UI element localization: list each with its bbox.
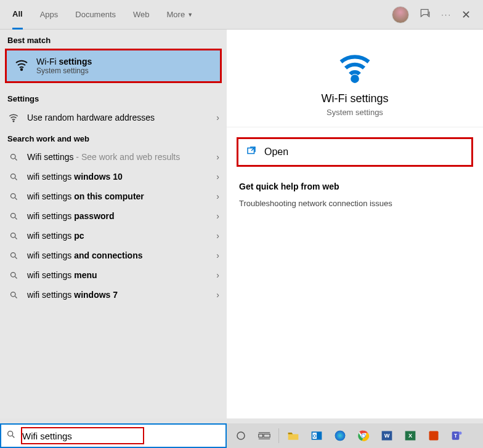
svg-point-23 xyxy=(362,434,365,438)
chevron-right-icon: › xyxy=(216,231,219,241)
web-result-label: wifi settings and connections xyxy=(27,250,209,260)
wifi-icon xyxy=(14,57,29,74)
web-result-label: wifi settings password xyxy=(27,211,209,221)
wifi-icon xyxy=(7,112,20,123)
more-options-icon[interactable]: ··· xyxy=(441,10,452,19)
best-match-item[interactable]: Wi-Fi settings System settings xyxy=(7,50,220,81)
preview-title: Wi-Fi settings xyxy=(227,92,483,105)
svg-point-5 xyxy=(10,213,15,218)
web-result-row[interactable]: Wifi settings - See work and web results… xyxy=(0,147,227,167)
svg-rect-14 xyxy=(259,434,263,438)
chrome-icon[interactable] xyxy=(353,426,374,445)
help-title: Get quick help from web xyxy=(239,182,471,191)
svg-point-1 xyxy=(13,121,14,122)
edge-icon[interactable] xyxy=(330,426,351,445)
excel-icon[interactable]: X xyxy=(400,426,421,445)
svg-point-8 xyxy=(10,272,15,277)
word-icon[interactable]: W xyxy=(376,426,397,445)
search-input[interactable] xyxy=(20,428,221,444)
chevron-right-icon: › xyxy=(216,191,219,201)
svg-point-3 xyxy=(10,174,15,178)
web-result-label: wifi settings windows 10 xyxy=(27,172,209,182)
svg-text:O: O xyxy=(313,433,317,439)
annotation-highlight: Wi-Fi settings System settings xyxy=(5,49,222,83)
svg-point-4 xyxy=(10,193,15,198)
svg-point-7 xyxy=(10,252,15,257)
web-result-row[interactable]: wifi settings password › xyxy=(0,206,227,226)
chevron-right-icon: › xyxy=(216,113,219,122)
file-explorer-icon[interactable] xyxy=(283,426,304,445)
close-button[interactable]: ✕ xyxy=(461,8,471,22)
open-button[interactable]: Open xyxy=(238,139,471,165)
svg-point-30 xyxy=(459,431,462,434)
tab-all[interactable]: All xyxy=(12,0,23,30)
open-icon xyxy=(246,145,257,159)
search-icon xyxy=(7,271,20,280)
search-box[interactable] xyxy=(0,423,227,448)
chevron-right-icon: › xyxy=(216,270,219,280)
web-result-row[interactable]: wifi settings pc › xyxy=(0,226,227,246)
svg-point-12 xyxy=(8,431,13,436)
svg-point-2 xyxy=(10,154,15,159)
settings-section-label: Settings xyxy=(0,88,227,107)
svg-text:T: T xyxy=(454,433,457,439)
search-icon xyxy=(7,251,20,260)
svg-point-20 xyxy=(335,431,346,441)
chevron-right-icon: › xyxy=(216,290,219,300)
best-match-title: Wi-Fi settings xyxy=(36,57,92,66)
web-result-row[interactable]: wifi settings menu › xyxy=(0,265,227,285)
tab-web[interactable]: Web xyxy=(133,0,150,30)
web-result-label: wifi settings windows 7 xyxy=(27,290,209,300)
open-label: Open xyxy=(264,146,288,158)
teams-icon[interactable]: T xyxy=(447,426,468,445)
web-result-label: wifi settings menu xyxy=(27,270,209,280)
tab-more[interactable]: More▼ xyxy=(167,0,193,30)
taskbar: O W X T xyxy=(0,423,483,448)
svg-rect-28 xyxy=(429,431,439,441)
chevron-right-icon: › xyxy=(216,250,219,260)
best-match-label: Best match xyxy=(0,30,227,49)
best-match-subtitle: System settings xyxy=(36,66,92,75)
wifi-icon xyxy=(227,48,483,87)
cortana-icon[interactable] xyxy=(230,426,251,445)
feedback-icon[interactable] xyxy=(419,7,431,22)
svg-point-10 xyxy=(352,76,357,81)
svg-text:W: W xyxy=(384,433,390,439)
svg-point-6 xyxy=(10,233,15,238)
results-panel: Best match Wi-Fi settings System setting… xyxy=(0,30,227,418)
web-result-row[interactable]: wifi settings on this computer › xyxy=(0,186,227,206)
chevron-right-icon: › xyxy=(216,152,219,162)
search-web-section-label: Search work and web xyxy=(0,128,227,147)
web-result-label: wifi settings on this computer xyxy=(27,191,209,201)
search-icon xyxy=(7,172,20,182)
search-icon xyxy=(7,231,20,241)
app-icon[interactable] xyxy=(423,426,444,445)
outlook-icon[interactable]: O xyxy=(306,426,327,445)
annotation-highlight: Open xyxy=(237,137,473,167)
svg-point-13 xyxy=(237,432,245,439)
task-view-icon[interactable] xyxy=(254,426,275,445)
tab-documents[interactable]: Documents xyxy=(75,0,116,30)
search-icon xyxy=(7,290,20,300)
avatar[interactable] xyxy=(392,6,409,23)
search-icon xyxy=(7,153,20,162)
preview-subtitle: System settings xyxy=(227,108,483,117)
svg-point-0 xyxy=(21,69,22,70)
tab-apps[interactable]: Apps xyxy=(40,0,59,30)
search-icon xyxy=(7,212,20,221)
svg-point-9 xyxy=(10,292,15,297)
settings-row-label: Use random hardware addresses xyxy=(27,113,209,122)
web-result-label: wifi settings pc xyxy=(27,231,209,241)
web-result-label: Wifi settings - See work and web results xyxy=(27,152,209,162)
chevron-right-icon: › xyxy=(216,172,219,182)
preview-panel: Wi-Fi settings System settings Open Get … xyxy=(227,30,483,418)
search-icon xyxy=(6,430,16,442)
help-link[interactable]: Troubleshooting network connection issue… xyxy=(239,199,471,208)
settings-row[interactable]: Use random hardware addresses › xyxy=(0,107,227,128)
chevron-right-icon: › xyxy=(216,211,219,221)
chevron-down-icon: ▼ xyxy=(187,12,193,18)
web-result-row[interactable]: wifi settings and connections › xyxy=(0,246,227,265)
web-result-row[interactable]: wifi settings windows 10 › xyxy=(0,167,227,186)
svg-rect-15 xyxy=(264,434,270,438)
web-result-row[interactable]: wifi settings windows 7 › xyxy=(0,285,227,305)
